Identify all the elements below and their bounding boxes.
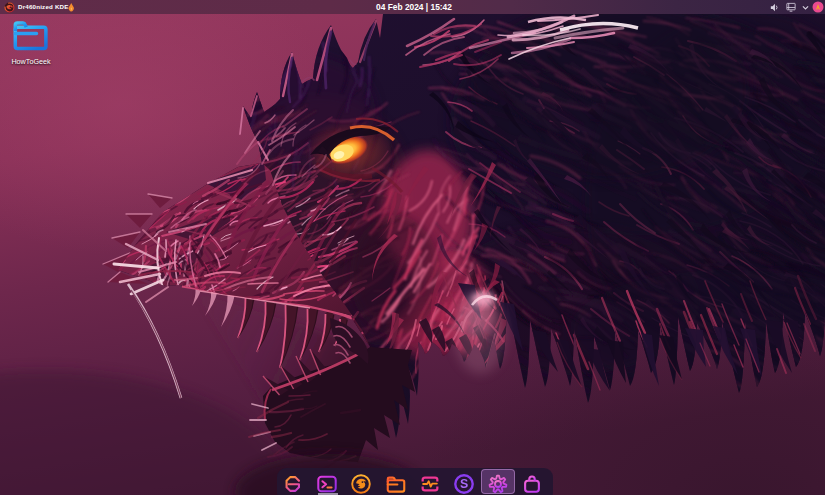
svg-text:S: S xyxy=(459,477,467,491)
